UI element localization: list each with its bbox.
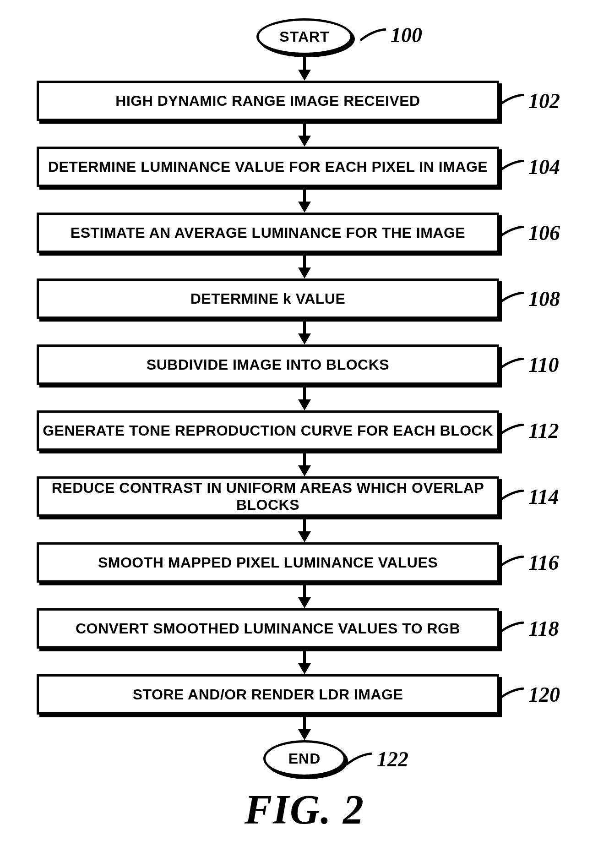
ref-wrap: 116 — [497, 551, 559, 575]
step-row: CONVERT SMOOTHED LUMINANCE VALUES TO RGB… — [9, 608, 600, 649]
ref-wrap: 118 — [497, 617, 559, 641]
step-ref: 120 — [528, 682, 560, 707]
flowchart: START 100 HIGH DYNAMIC RANGE IMAGE RECEI… — [9, 18, 600, 833]
arrow-down-icon — [295, 649, 314, 674]
leader-line-icon — [497, 94, 525, 108]
leader-line-icon — [497, 688, 525, 701]
arrow-down-icon — [295, 187, 314, 213]
svg-marker-19 — [298, 663, 311, 674]
svg-marker-21 — [298, 729, 311, 740]
arrow — [9, 583, 600, 608]
svg-marker-15 — [298, 531, 311, 542]
leader-line-icon — [346, 753, 373, 766]
process-box: DETERMINE LUMINANCE VALUE FOR EACH PIXEL… — [37, 147, 499, 187]
svg-marker-13 — [298, 465, 311, 476]
start-terminal-row: START 100 — [9, 18, 600, 55]
end-terminal-row: END 122 — [9, 740, 600, 777]
step-row: SMOOTH MAPPED PIXEL LUMINANCE VALUES 116 — [9, 542, 600, 583]
arrow-down-icon — [295, 253, 314, 278]
leader-line-icon — [497, 556, 525, 569]
process-box: SMOOTH MAPPED PIXEL LUMINANCE VALUES — [37, 542, 499, 583]
leader-line-icon — [497, 226, 525, 240]
arrow-down-icon — [295, 451, 314, 476]
end-terminal: END — [263, 740, 346, 777]
arrow-down-icon — [295, 715, 314, 740]
arrow-down-icon — [295, 55, 314, 81]
process-box: STORE AND/OR RENDER LDR IMAGE — [37, 674, 499, 715]
process-box: REDUCE CONTRAST IN UNIFORM AREAS WHICH O… — [37, 476, 499, 517]
end-ref: 122 — [377, 747, 408, 771]
ref-wrap: 106 — [497, 221, 560, 245]
step-row: STORE AND/OR RENDER LDR IMAGE 120 — [9, 674, 600, 715]
leader-line-icon — [359, 28, 387, 42]
arrow — [9, 319, 600, 344]
leader-line-icon — [497, 358, 525, 371]
step-ref: 108 — [528, 287, 560, 311]
arrow — [9, 121, 600, 147]
leader-line-icon — [497, 160, 525, 174]
ref-wrap: 102 — [497, 89, 560, 113]
arrow — [9, 55, 600, 81]
svg-marker-17 — [298, 597, 311, 608]
start-ref-wrap: 100 — [359, 23, 422, 47]
svg-marker-1 — [298, 70, 311, 81]
arrow — [9, 451, 600, 476]
end-ref-wrap: 122 — [346, 747, 408, 771]
ref-wrap: 120 — [497, 682, 560, 707]
process-box: GENERATE TONE REPRODUCTION CURVE FOR EAC… — [37, 410, 499, 451]
step-row: HIGH DYNAMIC RANGE IMAGE RECEIVED 102 — [9, 81, 600, 121]
svg-marker-9 — [298, 333, 311, 344]
process-box: CONVERT SMOOTHED LUMINANCE VALUES TO RGB — [37, 608, 499, 649]
start-terminal: START — [256, 18, 353, 55]
step-ref: 114 — [528, 485, 559, 509]
step-ref: 118 — [528, 617, 559, 641]
leader-line-icon — [497, 292, 525, 306]
step-row: DETERMINE k VALUE 108 — [9, 278, 600, 319]
step-row: SUBDIVIDE IMAGE INTO BLOCKS 110 — [9, 344, 600, 385]
svg-marker-7 — [298, 267, 311, 278]
ref-wrap: 110 — [497, 353, 559, 377]
arrow — [9, 649, 600, 674]
step-ref: 104 — [528, 155, 560, 179]
ref-wrap: 114 — [497, 485, 559, 509]
leader-line-icon — [497, 622, 525, 635]
arrow-down-icon — [295, 319, 314, 344]
process-box: ESTIMATE AN AVERAGE LUMINANCE FOR THE IM… — [37, 213, 499, 253]
process-box: SUBDIVIDE IMAGE INTO BLOCKS — [37, 344, 499, 385]
start-ref: 100 — [391, 23, 422, 47]
step-ref: 106 — [528, 221, 560, 245]
arrow-down-icon — [295, 121, 314, 147]
svg-marker-11 — [298, 399, 311, 410]
arrow — [9, 385, 600, 410]
arrow — [9, 187, 600, 213]
arrow — [9, 253, 600, 278]
arrow-down-icon — [295, 517, 314, 542]
leader-line-icon — [497, 424, 525, 437]
svg-marker-3 — [298, 136, 311, 147]
arrow — [9, 715, 600, 740]
ref-wrap: 108 — [497, 287, 560, 311]
svg-marker-5 — [298, 202, 311, 213]
step-ref: 110 — [528, 353, 559, 377]
arrow-down-icon — [295, 385, 314, 410]
arrow — [9, 517, 600, 542]
ref-wrap: 112 — [497, 419, 559, 443]
step-ref: 112 — [528, 419, 559, 443]
step-row: REDUCE CONTRAST IN UNIFORM AREAS WHICH O… — [9, 476, 600, 517]
ref-wrap: 104 — [497, 155, 560, 179]
step-row: ESTIMATE AN AVERAGE LUMINANCE FOR THE IM… — [9, 213, 600, 253]
figure-label: FIG. 2 — [245, 786, 364, 833]
step-ref: 116 — [528, 551, 559, 575]
step-ref: 102 — [528, 89, 560, 113]
leader-line-icon — [497, 490, 525, 503]
step-row: DETERMINE LUMINANCE VALUE FOR EACH PIXEL… — [9, 147, 600, 187]
process-box: DETERMINE k VALUE — [37, 278, 499, 319]
arrow-down-icon — [295, 583, 314, 608]
process-box: HIGH DYNAMIC RANGE IMAGE RECEIVED — [37, 81, 499, 121]
step-row: GENERATE TONE REPRODUCTION CURVE FOR EAC… — [9, 410, 600, 451]
